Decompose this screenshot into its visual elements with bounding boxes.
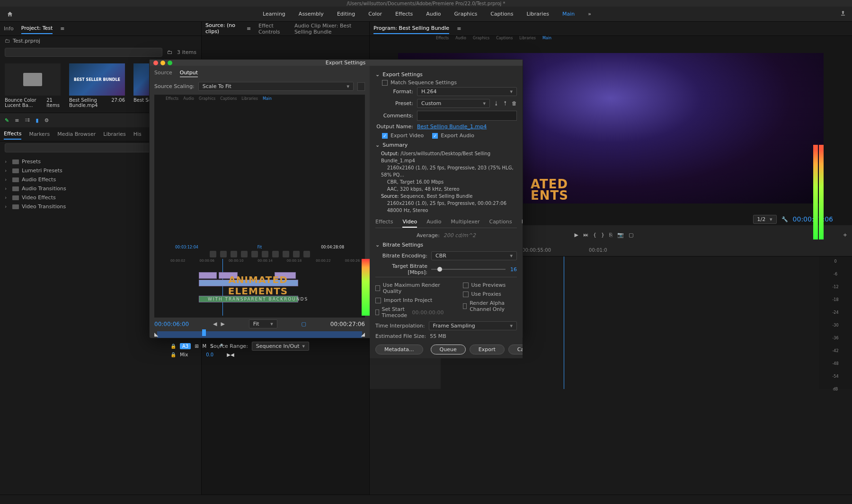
play-icon[interactable]: ▶: [574, 232, 578, 238]
project-file[interactable]: Test.prproj: [13, 38, 40, 44]
sub-tab-effects[interactable]: Effects: [375, 217, 393, 228]
workspace-graphics[interactable]: Graphics: [454, 11, 478, 17]
close-icon[interactable]: [153, 61, 158, 65]
bin-item[interactable]: BEST SELLER BUNDLE Best Selling Bundle.m…: [69, 63, 125, 108]
workspace-color[interactable]: Color: [368, 11, 382, 17]
go-end-icon[interactable]: [251, 251, 258, 257]
source-range-icon[interactable]: ▢: [302, 321, 306, 327]
source-range-dropdown[interactable]: Sequence In/Out: [252, 342, 309, 351]
workspace-assembly[interactable]: Assembly: [299, 11, 324, 17]
tab-program[interactable]: Program: Best Selling Bundle: [373, 23, 449, 34]
crop-mode-icon[interactable]: [357, 82, 365, 91]
tab-audio-clip-mixer[interactable]: Audio Clip Mixer: Best Selling Bundle: [294, 21, 365, 37]
effects-search-input[interactable]: [5, 143, 168, 152]
aspect-icon[interactable]: [303, 251, 310, 257]
time-interpolation-dropdown[interactable]: Frame Sampling: [429, 321, 517, 330]
mark-out-icon[interactable]: }: [601, 232, 604, 238]
fit-label[interactable]: Fit: [257, 245, 262, 249]
go-start-icon[interactable]: [210, 251, 216, 257]
mix-value[interactable]: 0.0: [206, 352, 213, 357]
marker-icon[interactable]: ▮: [36, 117, 38, 124]
link-icon[interactable]: ⮆: [25, 117, 30, 124]
panel-menu-icon[interactable]: ≡: [60, 26, 64, 32]
safe-margins-icon[interactable]: [293, 251, 300, 257]
import-preset-icon[interactable]: ⭱: [503, 100, 508, 106]
preset-dropdown[interactable]: Custom: [417, 99, 490, 108]
target-bitrate-value[interactable]: 16: [510, 266, 517, 273]
step-fwd-icon[interactable]: [241, 251, 248, 257]
lock-icon[interactable]: 🔒: [170, 352, 176, 357]
workspace-libraries[interactable]: Libraries: [526, 11, 549, 17]
minimize-icon[interactable]: [160, 61, 165, 65]
list-icon[interactable]: ≡: [15, 117, 19, 124]
target-bitrate-slider[interactable]: [431, 269, 506, 270]
tab-info[interactable]: Info: [4, 24, 14, 34]
sub-tab-video[interactable]: Video: [402, 217, 417, 228]
workspace-learning[interactable]: Learning: [263, 11, 285, 17]
next-edit-icon[interactable]: ▶: [221, 321, 224, 327]
mark-in-icon[interactable]: {: [593, 232, 596, 238]
play-icon[interactable]: [231, 251, 237, 257]
panel-menu-icon[interactable]: ≡: [457, 26, 461, 32]
compare-icon[interactable]: ▢: [629, 232, 633, 238]
set-start-tc-checkbox[interactable]: [375, 309, 379, 315]
prev-edit-icon[interactable]: ◀: [213, 321, 217, 327]
import-project-checkbox[interactable]: [375, 298, 381, 303]
export-button[interactable]: Export: [470, 345, 505, 354]
home-icon[interactable]: [6, 10, 14, 18]
sub-tab-audio[interactable]: Audio: [426, 217, 441, 228]
pen-icon[interactable]: ✎: [5, 117, 9, 124]
comments-input[interactable]: [417, 111, 517, 121]
panel-menu-icon[interactable]: ≡: [247, 26, 251, 32]
render-alpha-checkbox[interactable]: [463, 303, 467, 309]
metadata-button[interactable]: Metadata...: [375, 345, 423, 354]
mark-out-icon[interactable]: [283, 251, 289, 257]
in-point-icon[interactable]: ◣: [154, 331, 158, 337]
loop-icon[interactable]: [262, 251, 268, 257]
workspace-effects[interactable]: Effects: [395, 11, 413, 17]
project-search-input[interactable]: [5, 48, 162, 57]
step-back-icon[interactable]: [220, 251, 227, 257]
sub-tab-publish[interactable]: Publish: [522, 217, 523, 228]
export-audio-checkbox[interactable]: [432, 133, 438, 139]
zoom-dropdown[interactable]: 1/2: [753, 215, 777, 224]
new-bin-icon[interactable]: 🗀: [167, 49, 172, 55]
preview-timeline[interactable]: 00:00:0200:00:0600:00:1000:00:1400:00:18…: [156, 259, 360, 316]
fit-dropdown[interactable]: Fit: [249, 319, 277, 328]
source-scaling-dropdown[interactable]: Scale To Fit: [198, 82, 354, 91]
tab-libraries[interactable]: Libraries: [103, 129, 126, 139]
mark-in-icon[interactable]: [272, 251, 279, 257]
delete-preset-icon[interactable]: 🗑: [512, 100, 517, 106]
match-sequence-checkbox[interactable]: [382, 80, 388, 86]
save-preset-icon[interactable]: ⭳: [494, 100, 499, 106]
format-dropdown[interactable]: H.264: [417, 87, 517, 96]
bin-icon[interactable]: 🗀: [5, 38, 10, 44]
tab-source[interactable]: Source: [154, 70, 172, 77]
use-proxies-checkbox[interactable]: [463, 292, 469, 297]
export-settings-section[interactable]: ⌄ Export Settings: [375, 70, 517, 80]
output-name-link[interactable]: Best Selling Bundle_1.mp4: [417, 124, 487, 130]
out-point-icon[interactable]: ◢: [361, 331, 365, 337]
keyframe-in-icon[interactable]: ▶◀: [227, 352, 234, 357]
cancel-button[interactable]: Cancel: [508, 345, 523, 354]
tab-markers[interactable]: Markers: [29, 129, 50, 139]
step-icon[interactable]: ⏭: [583, 232, 588, 238]
tab-effects[interactable]: Effects: [4, 129, 21, 140]
sub-tab-captions[interactable]: Captions: [489, 217, 512, 228]
summary-section[interactable]: ⌄ Summary: [375, 140, 517, 150]
bitrate-encoding-dropdown[interactable]: CBR: [431, 251, 517, 260]
max-render-quality-checkbox[interactable]: [375, 285, 380, 291]
tab-source[interactable]: Source: (no clips): [205, 20, 239, 37]
lock-icon[interactable]: 🔒: [170, 344, 176, 349]
wrench-icon[interactable]: ⚙: [44, 117, 49, 124]
tab-project[interactable]: Project: Test: [21, 23, 53, 34]
bitrate-section[interactable]: ⌄ Bitrate Settings: [375, 240, 517, 250]
workspace-overflow-icon[interactable]: »: [588, 11, 591, 17]
export-frame-icon[interactable]: ⎘: [609, 232, 612, 238]
solo-button[interactable]: S: [210, 344, 213, 349]
current-timecode[interactable]: 00:00:06:00: [154, 321, 189, 327]
tab-history[interactable]: His: [133, 129, 142, 139]
tab-media-browser[interactable]: Media Browser: [57, 129, 96, 139]
playhead-handle[interactable]: [202, 329, 206, 336]
sub-tab-multiplexer[interactable]: Multiplexer: [451, 217, 479, 228]
